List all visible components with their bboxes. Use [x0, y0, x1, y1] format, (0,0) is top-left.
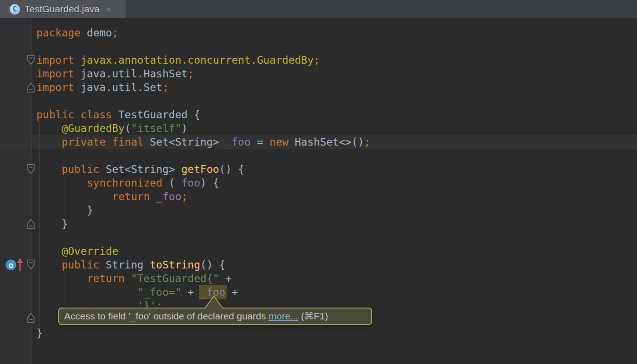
code-token: synchronized	[36, 177, 169, 189]
code-line: @Override	[36, 244, 118, 258]
code-line: }	[36, 217, 68, 231]
code-line: import javax.annotation.concurrent.Guard…	[36, 53, 320, 67]
code-token: import	[36, 68, 81, 80]
code-token: TestGuarded {	[118, 109, 200, 121]
code-token: +	[219, 273, 232, 284]
tooltip-message: Access to field '_foo' outside of declar…	[64, 311, 268, 322]
tab-testguarded-java[interactable]: C TestGuarded.java ×	[0, 0, 126, 18]
code-token: private final	[36, 136, 150, 148]
code-line: synchronized (_foo) {	[36, 176, 219, 190]
editor-tab-bar: C TestGuarded.java ×	[0, 0, 637, 19]
code-token: HashSet<>()	[288, 136, 364, 148]
fold-marker-icon[interactable]	[26, 218, 36, 229]
code-token: ;	[162, 81, 169, 93]
code-token: import	[36, 81, 81, 93]
code-token: new	[269, 136, 288, 148]
ide-window: C TestGuarded.java × package demo;import…	[0, 0, 637, 364]
code-token: demo	[87, 27, 112, 39]
code-line: @GuardedBy("itself")	[36, 121, 187, 135]
code-token: )	[182, 122, 188, 134]
code-token: String	[106, 259, 150, 271]
code-token: }	[36, 204, 93, 216]
java-class-icon: C	[10, 4, 20, 15]
code-line: import java.util.HashSet;	[36, 67, 194, 81]
code-token: "TestGuarded{"	[131, 273, 219, 284]
code-token: ;	[182, 191, 188, 202]
code-token: return	[36, 273, 131, 284]
code-line: public Set<String> getFoo() {	[36, 162, 244, 176]
code-token: ;	[112, 27, 118, 39]
tab-title: TestGuarded.java	[25, 4, 100, 15]
code-token: () {	[200, 259, 225, 271]
code-token: () {	[219, 163, 244, 175]
code-token: public class	[36, 109, 118, 121]
code-token: }	[36, 327, 43, 339]
code-line: public String toString() {	[36, 258, 225, 272]
code-token: getFoo	[182, 163, 219, 175]
code-token: toString	[150, 259, 200, 271]
code-token: Set<String>	[106, 163, 181, 175]
code-line: }	[36, 203, 93, 217]
code-line: package demo;	[36, 26, 118, 40]
code-token: =	[251, 136, 270, 148]
tooltip-callout-arrow	[196, 293, 232, 311]
code-line: private final Set<String> _foo = new Has…	[36, 135, 370, 149]
code-token: ;	[364, 136, 370, 148]
fold-marker-icon[interactable]	[26, 312, 36, 323]
fold-marker-icon[interactable]	[26, 82, 36, 93]
code-token: _foo	[156, 191, 181, 202]
fold-marker-icon[interactable]	[26, 259, 36, 270]
code-token: "_foo="	[36, 286, 182, 298]
code-token: "itself"	[131, 122, 182, 134]
code-token: ) {	[200, 177, 219, 189]
code-token: ;	[187, 68, 194, 80]
code-line: return _foo;	[36, 190, 187, 203]
code-token: }	[36, 218, 68, 230]
code-token: package	[36, 27, 87, 39]
code-line: import java.util.Set;	[36, 81, 169, 94]
code-token: public	[36, 163, 106, 175]
code-token: return	[36, 191, 156, 202]
code-token: java.util.HashSet	[81, 68, 187, 80]
code-token: ;	[313, 54, 320, 66]
tooltip-shortcut: (⌘F1)	[298, 311, 328, 322]
fold-marker-icon[interactable]	[26, 55, 36, 66]
code-token: @Override	[36, 245, 118, 257]
code-token: public	[36, 259, 106, 271]
code-token: (	[169, 177, 175, 189]
code-token: _foo	[225, 136, 250, 148]
code-token: (	[125, 122, 131, 134]
close-icon[interactable]: ×	[106, 5, 111, 14]
code-line: }	[36, 326, 43, 340]
code-token: import	[36, 54, 81, 66]
override-method-icon[interactable]: o	[4, 257, 25, 273]
fold-marker-icon[interactable]	[26, 164, 36, 175]
override-letter: o	[9, 260, 14, 270]
code-token: _foo	[175, 177, 200, 189]
code-line: return "TestGuarded{" +	[36, 272, 232, 285]
code-token: java.util.Set	[81, 81, 162, 93]
code-token: javax.annotation.concurrent.GuardedBy	[81, 54, 313, 66]
code-token: @GuardedBy	[36, 122, 125, 134]
tooltip-more-link[interactable]: more...	[268, 311, 298, 322]
code-token: Set<String>	[150, 136, 225, 148]
code-line: public class TestGuarded {	[36, 108, 200, 121]
